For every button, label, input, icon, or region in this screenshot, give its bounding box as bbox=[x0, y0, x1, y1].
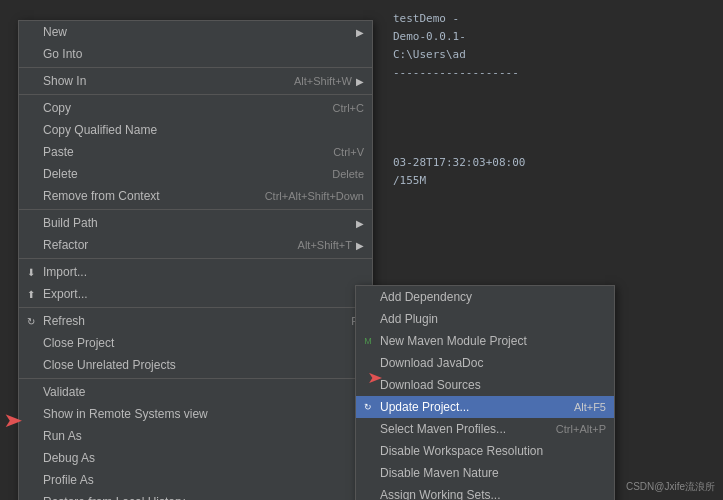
submenu-item-disable-maven-nature[interactable]: Disable Maven Nature bbox=[356, 462, 614, 484]
menu-item-copy[interactable]: Copy Ctrl+C bbox=[19, 97, 372, 119]
menu-item-show-in[interactable]: Show In Alt+Shift+W ▶ bbox=[19, 70, 372, 92]
maven-module-icon: M bbox=[360, 336, 376, 346]
submenu-item-download-javadoc-label: Download JavaDoc bbox=[380, 356, 606, 370]
menu-item-refactor-label: Refactor bbox=[43, 238, 278, 252]
export-icon: ⬆ bbox=[23, 289, 39, 300]
menu-item-profile-as[interactable]: Profile As ▶ bbox=[19, 469, 372, 491]
menu-item-go-into-label: Go Into bbox=[43, 47, 364, 61]
separator-2 bbox=[19, 94, 372, 95]
editor-line-8 bbox=[393, 136, 713, 154]
menu-item-paste[interactable]: Paste Ctrl+V bbox=[19, 141, 372, 163]
separator-1 bbox=[19, 67, 372, 68]
editor-line-7 bbox=[393, 118, 713, 136]
menu-item-validate-label: Validate bbox=[43, 385, 364, 399]
menu-item-close-unrelated-projects-label: Close Unrelated Projects bbox=[43, 358, 364, 372]
submenu-item-new-maven-module-project[interactable]: M New Maven Module Project bbox=[356, 330, 614, 352]
editor-line-6 bbox=[393, 100, 713, 118]
submenu-item-assign-working-sets-label: Assign Working Sets... bbox=[380, 488, 606, 500]
menu-item-close-project[interactable]: Close Project bbox=[19, 332, 372, 354]
editor-line-9: 03-28T17:32:03+08:00 bbox=[393, 154, 713, 172]
submenu-item-new-maven-module-project-label: New Maven Module Project bbox=[380, 334, 606, 348]
submenu-item-select-maven-profiles-label: Select Maven Profiles... bbox=[380, 422, 536, 436]
submenu-item-update-project-shortcut: Alt+F5 bbox=[574, 401, 606, 413]
menu-item-new[interactable]: New ▶ bbox=[19, 21, 372, 43]
menu-item-import-label: Import... bbox=[43, 265, 364, 279]
editor-line-1: testDemo - bbox=[393, 10, 713, 28]
big-red-arrow: ➤ bbox=[3, 408, 23, 432]
menu-item-debug-as[interactable]: Debug As ▶ bbox=[19, 447, 372, 469]
submenu-item-disable-workspace-resolution[interactable]: Disable Workspace Resolution bbox=[356, 440, 614, 462]
menu-item-close-unrelated-projects[interactable]: Close Unrelated Projects bbox=[19, 354, 372, 376]
menu-item-refactor-shortcut: Alt+Shift+T bbox=[298, 239, 352, 251]
menu-item-show-remote-systems[interactable]: Show in Remote Systems view bbox=[19, 403, 372, 425]
menu-item-show-in-label: Show In bbox=[43, 74, 274, 88]
separator-3 bbox=[19, 209, 372, 210]
editor-line-4: ------------------- bbox=[393, 64, 713, 82]
separator-4 bbox=[19, 258, 372, 259]
menu-item-refresh[interactable]: ↻ Refresh F5 bbox=[19, 310, 372, 332]
menu-item-delete-shortcut: Delete bbox=[332, 168, 364, 180]
menu-item-copy-shortcut: Ctrl+C bbox=[333, 102, 364, 114]
submenu-item-add-dependency[interactable]: Add Dependency bbox=[356, 286, 614, 308]
arrow-icon-build-path: ▶ bbox=[356, 218, 364, 229]
menu-item-restore-from-local-history-label: Restore from Local History... bbox=[43, 495, 364, 500]
editor-line-3: C:\Users\ad bbox=[393, 46, 713, 64]
menu-item-delete-label: Delete bbox=[43, 167, 312, 181]
menu-item-remove-from-context-shortcut: Ctrl+Alt+Shift+Down bbox=[265, 190, 364, 202]
submenu-item-download-javadoc[interactable]: Download JavaDoc bbox=[356, 352, 614, 374]
watermark: CSDN@Jxife流浪所 bbox=[626, 480, 715, 494]
submenu-item-select-maven-profiles-shortcut: Ctrl+Alt+P bbox=[556, 423, 606, 435]
submenu-item-add-plugin-label: Add Plugin bbox=[380, 312, 606, 326]
menu-item-remove-from-context-label: Remove from Context bbox=[43, 189, 245, 203]
submenu-item-add-dependency-label: Add Dependency bbox=[380, 290, 606, 304]
submenu-item-download-sources-label: Download Sources bbox=[380, 378, 606, 392]
menu-item-import[interactable]: ⬇ Import... bbox=[19, 261, 372, 283]
update-project-icon: ↻ bbox=[360, 402, 376, 412]
menu-item-profile-as-label: Profile As bbox=[43, 473, 352, 487]
menu-item-close-project-label: Close Project bbox=[43, 336, 364, 350]
menu-item-paste-label: Paste bbox=[43, 145, 313, 159]
submenu-item-disable-workspace-resolution-label: Disable Workspace Resolution bbox=[380, 444, 606, 458]
menu-item-debug-as-label: Debug As bbox=[43, 451, 352, 465]
menu-item-validate[interactable]: Validate bbox=[19, 381, 372, 403]
import-icon: ⬇ bbox=[23, 267, 39, 278]
menu-item-run-as-label: Run As bbox=[43, 429, 352, 443]
menu-item-copy-qualified-name[interactable]: Copy Qualified Name bbox=[19, 119, 372, 141]
submenu-item-update-project-label: Update Project... bbox=[380, 400, 554, 414]
editor-line-2: Demo-0.0.1- bbox=[393, 28, 713, 46]
menu-item-run-as[interactable]: Run As ▶ bbox=[19, 425, 372, 447]
arrow-icon-refactor: ▶ bbox=[356, 240, 364, 251]
separator-6 bbox=[19, 378, 372, 379]
menu-item-refactor[interactable]: Refactor Alt+Shift+T ▶ bbox=[19, 234, 372, 256]
menu-item-show-remote-systems-label: Show in Remote Systems view bbox=[43, 407, 364, 421]
arrow-icon-new: ▶ bbox=[356, 27, 364, 38]
menu-item-remove-from-context[interactable]: Remove from Context Ctrl+Alt+Shift+Down bbox=[19, 185, 372, 207]
arrow-icon-show-in: ▶ bbox=[356, 76, 364, 87]
menu-item-export-label: Export... bbox=[43, 287, 364, 301]
context-menu: New ▶ Go Into Show In Alt+Shift+W ▶ Copy… bbox=[18, 20, 373, 500]
menu-item-go-into[interactable]: Go Into bbox=[19, 43, 372, 65]
submenu-item-download-sources[interactable]: Download Sources bbox=[356, 374, 614, 396]
menu-item-new-label: New bbox=[43, 25, 352, 39]
submenu-item-add-plugin[interactable]: Add Plugin bbox=[356, 308, 614, 330]
editor-line-5 bbox=[393, 82, 713, 100]
refresh-icon: ↻ bbox=[23, 316, 39, 327]
menu-item-refresh-label: Refresh bbox=[43, 314, 331, 328]
submenu-item-select-maven-profiles[interactable]: Select Maven Profiles... Ctrl+Alt+P bbox=[356, 418, 614, 440]
maven-submenu: Add Dependency Add Plugin M New Maven Mo… bbox=[355, 285, 615, 500]
menu-item-paste-shortcut: Ctrl+V bbox=[333, 146, 364, 158]
submenu-item-assign-working-sets[interactable]: Assign Working Sets... bbox=[356, 484, 614, 500]
small-red-arrow: ➤ bbox=[367, 368, 383, 387]
menu-item-build-path[interactable]: Build Path ▶ bbox=[19, 212, 372, 234]
submenu-item-update-project[interactable]: ↻ Update Project... Alt+F5 bbox=[356, 396, 614, 418]
menu-item-export[interactable]: ⬆ Export... bbox=[19, 283, 372, 305]
menu-item-show-in-shortcut: Alt+Shift+W bbox=[294, 75, 352, 87]
menu-item-build-path-label: Build Path bbox=[43, 216, 352, 230]
separator-5 bbox=[19, 307, 372, 308]
menu-item-copy-label: Copy bbox=[43, 101, 313, 115]
menu-item-restore-from-local-history[interactable]: Restore from Local History... bbox=[19, 491, 372, 500]
editor-line-10: /155M bbox=[393, 172, 713, 190]
menu-item-copy-qualified-name-label: Copy Qualified Name bbox=[43, 123, 364, 137]
submenu-item-disable-maven-nature-label: Disable Maven Nature bbox=[380, 466, 606, 480]
menu-item-delete[interactable]: Delete Delete bbox=[19, 163, 372, 185]
